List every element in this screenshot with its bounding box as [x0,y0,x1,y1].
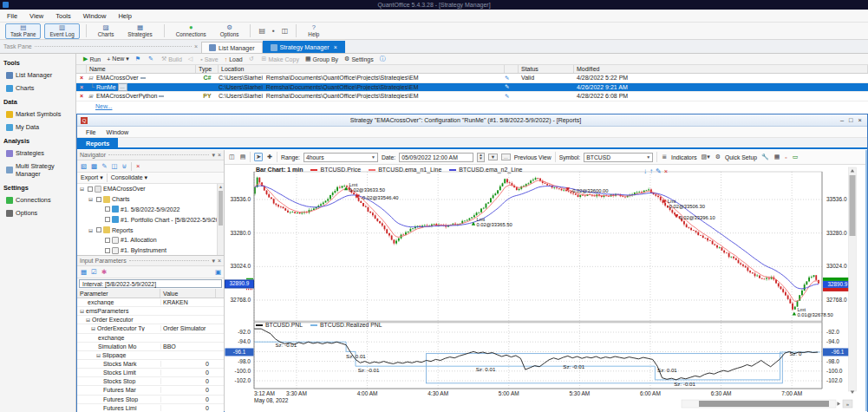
previous-view-button[interactable]: Previous View [514,154,551,160]
tab-reports[interactable]: Reports [77,138,118,147]
toolbar-button[interactable]: ▶ Run [83,56,101,62]
indicators-button[interactable]: Indicators [671,154,696,160]
print-icon[interactable]: ▤ [239,154,247,160]
consolidate-dropdown[interactable]: Consolidate ▾ [111,174,147,181]
sidebar-item-market-symbols[interactable]: Market Symbols [0,108,75,121]
edit-pane-icon[interactable]: ✎ [656,167,662,175]
more-button[interactable]: ... [118,83,127,91]
toolbar-button[interactable]: ⚒ Build [161,56,182,62]
menu-file[interactable]: File [86,128,96,136]
strategies-button[interactable]: ▦ Strategies [122,23,157,39]
tree-checkbox[interactable] [105,217,110,222]
sidebar-item-options[interactable]: Options [0,206,75,219]
tree-row[interactable]: #1. Allocation [77,235,224,245]
tree-row[interactable]: ⊟ Charts [77,194,224,205]
sidebar-item-strategies[interactable]: Strategies [0,147,75,160]
range-select[interactable]: 4hours▼ [303,153,378,162]
layout-columns-icon[interactable]: ◫ [280,27,290,35]
strategy-table-row[interactable]: × ⊟EMACrossOver C# C:\Users\Siarhei_Rems… [76,74,868,83]
quick-setup-button[interactable]: Quick Setup [725,154,757,160]
delete-strategy-icon[interactable]: × [76,75,87,81]
tree-row[interactable]: ⊟ EMACrossOver [77,184,224,194]
tree-row[interactable]: #1. ByInstrument [77,245,224,256]
chart-area[interactable]: 3:12 AM3:30 AM4:00 AM4:30 AM5:00 AM5:30 … [225,165,867,412]
toolbar-button[interactable]: ◁ [188,56,194,62]
minimize-icon[interactable]: – [840,116,844,124]
parameter-row[interactable]: exchange [77,334,224,343]
tree-row[interactable]: #1. 5/8/2022-5/9/2022 [77,205,224,215]
export-dropdown[interactable]: Export ▾ [81,174,103,181]
sidebar-item-connections[interactable]: Connections [0,193,75,206]
edit-pencil-icon[interactable]: ✎ [505,75,519,82]
toolbar-button[interactable]: ⚙ Settings [344,56,374,62]
grid-view-icon[interactable]: ▦ [81,268,87,276]
pin-icon[interactable]: ▾ [212,258,215,265]
charts-button[interactable]: ▨ Charts [93,23,120,39]
interval-selector[interactable]: Interval: [5/8/2022-5/9/2022] [79,279,222,288]
excel-export-icon[interactable]: ▭ [792,154,799,160]
close-task-pane-icon[interactable]: × [194,43,198,49]
toolbar-button[interactable]: ⓘ [380,55,388,63]
move-down-icon[interactable]: ↓ [643,167,647,175]
grid-icon[interactable]: ▦ [773,154,781,160]
parameter-row[interactable]: ⊟OrderExecutor Ty Order Simulator [77,324,224,333]
chart-style-icon[interactable]: ▨▾ [701,154,711,160]
tree-row[interactable]: #1. Portfolio Chart - [5/8/2022-5/9/2022… [77,214,224,225]
delete-strategy-icon[interactable]: × [76,93,87,99]
help-button[interactable]: ? Help [303,23,324,39]
tree-checkbox[interactable] [105,248,110,253]
parameter-row[interactable]: Simulation Mo BBO [77,343,224,351]
toolbar-button[interactable]: ↺ [249,56,256,62]
event-log-button[interactable]: ▥ Event Log [44,23,79,39]
parameter-row[interactable]: ⊟Order Executor [77,316,224,324]
delete-icon[interactable]: × [136,162,140,170]
menu-file[interactable]: File [7,12,17,20]
menu-tools[interactable]: Tools [55,12,71,20]
copy-icon[interactable]: ◫ [228,154,236,160]
close-icon[interactable]: × [858,116,862,124]
pdf-export-icon[interactable]: ▫ [784,154,787,160]
delete-strategy-icon[interactable]: × [76,84,87,90]
menu-window[interactable]: Window [107,128,129,136]
sidebar-item-multi-strategy-manager[interactable]: Multi Strategy Manager [0,160,75,180]
strategy-table-row[interactable]: × ⊞EMACrossOverPython PY C:\Users\Siarhe… [76,92,868,101]
close-panel-icon[interactable]: × [218,152,221,158]
pointer-tool-icon[interactable]: ➤ [254,153,263,161]
tab-strategy-manager[interactable]: Strategy Manager × [263,41,345,53]
crosshair-tool-icon[interactable]: ✚ [266,154,273,160]
navigator-scrollbar[interactable]: ▲ [217,184,224,255]
sidebar-item-list-manager[interactable]: List Manager [0,69,75,82]
close-tab-icon[interactable]: × [334,44,337,50]
move-up-icon[interactable]: ↑ [649,167,653,175]
menu-help[interactable]: Help [118,12,131,20]
tree-checkbox[interactable] [96,227,101,232]
user-params-icon[interactable]: ✱ [101,268,107,276]
parameter-row[interactable]: Stocks Mark 0 [77,360,224,369]
tree-checkbox[interactable] [88,186,93,192]
toolbar-button[interactable]: ⊞ Make Copy [262,56,299,62]
date-more-button[interactable]: ... [501,154,511,160]
popout-icon[interactable]: ▣ [215,268,221,276]
sidebar-item-my-data[interactable]: My Data [0,121,75,134]
toolbar-button[interactable]: + New ▾ [107,56,129,62]
remove-pane-icon[interactable]: × [664,167,668,175]
new-strategy-link[interactable]: New... [95,103,112,109]
menu-window[interactable]: Window [83,12,107,20]
tree-checkbox[interactable] [105,238,110,243]
strategy-table-row[interactable]: × └RunMe... C:\Users\Siarhei_Remsha\Docu… [76,83,868,93]
connections-button[interactable]: ● Connections [171,23,212,39]
parameter-row[interactable]: ⊟Slippage [77,351,224,360]
task-pane-button[interactable]: ▤ Task Pane [5,23,41,39]
duplicate-icon[interactable]: ◫ [111,162,117,170]
parameter-row[interactable]: Stocks Limit 0 [77,369,224,377]
date-dropdown-icon[interactable]: ▼ [488,154,498,160]
save-all-icon[interactable]: ▩ [91,162,97,170]
more-button[interactable] [140,77,146,79]
parameter-row[interactable]: Futures Limi 0 [77,404,224,412]
layout-stacked-icon[interactable]: ▪ [271,27,277,35]
edit-icon[interactable]: ✎ [101,162,107,170]
more-button[interactable] [159,95,164,97]
tab-list-manager[interactable]: List Manager [201,42,263,53]
parameter-row[interactable]: Stocks Stop 0 [77,377,224,386]
edit-pencil-icon[interactable]: ✎ [505,93,519,100]
